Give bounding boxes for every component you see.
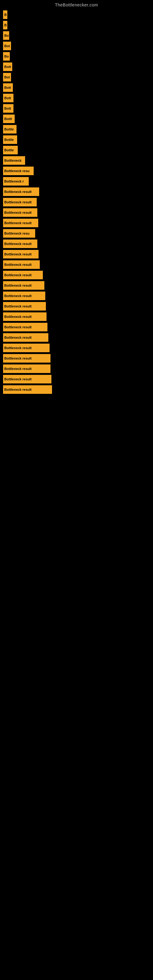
- bar-row: Bott: [0, 94, 153, 102]
- bar-row: Bottleneck resu: [0, 167, 153, 175]
- bar-row: Bo: [0, 52, 153, 60]
- bar: Bottleneck result: [3, 271, 43, 279]
- bar-row: Bott: [0, 83, 153, 92]
- bar-row: Bottleneck result: [0, 208, 153, 217]
- site-title: TheBottlenecker.com: [0, 0, 153, 9]
- bar-label: Bottle: [4, 127, 14, 131]
- bar: Bottleneck resu: [3, 167, 33, 175]
- bar: Bot: [3, 41, 11, 50]
- bar-row: Bottleneck r: [0, 177, 153, 186]
- bar: Bottl: [3, 115, 15, 123]
- bar-label: Bottleneck result: [4, 221, 32, 225]
- bar-row: Bottleneck result: [0, 385, 153, 394]
- bar-row: Bottleneck result: [0, 240, 153, 248]
- bar: Bo: [3, 31, 9, 40]
- bar-label: Bottleneck result: [4, 200, 32, 204]
- bar-label: Bottleneck result: [4, 211, 32, 215]
- bar-label: Bottleneck result: [4, 242, 32, 246]
- bar-label: Bottleneck result: [4, 388, 32, 391]
- bar-label: Bottleneck result: [4, 283, 32, 287]
- bar-row: Bottleneck result: [0, 364, 153, 373]
- bar-row: Bottleneck result: [0, 375, 153, 383]
- bar: Bottleneck result: [3, 198, 37, 207]
- bar-label: Bottleneck result: [4, 367, 32, 371]
- bar-row: Bottleneck result: [0, 354, 153, 363]
- bar-label: Bottleneck result: [4, 304, 32, 308]
- bar-label: Bottleneck result: [4, 346, 32, 350]
- bar-label: Bo: [4, 54, 9, 58]
- bar: B: [3, 21, 7, 29]
- bar-label: Bottleneck result: [4, 273, 32, 277]
- bar: Bot: [3, 73, 11, 81]
- bar: Bottleneck result: [3, 188, 39, 196]
- bar-row: Bott: [0, 104, 153, 113]
- bar: Bott: [3, 83, 13, 92]
- bar-label: Bottleneck result: [4, 294, 32, 298]
- bar: B: [3, 10, 7, 19]
- bar: Bottleneck result: [3, 291, 45, 300]
- bar: Bottleneck result: [3, 385, 52, 394]
- bar: Bottleneck result: [3, 344, 49, 352]
- bar-label: Bottleneck result: [4, 263, 32, 266]
- bar-row: Bottleneck result: [0, 291, 153, 300]
- bars-container: BBBoBotBoBottBotBottBottBottBottlBottleB…: [0, 10, 153, 394]
- bar: Bottleneck: [3, 156, 25, 165]
- bar: Bottleneck result: [3, 312, 46, 321]
- bar: Bottleneck r: [3, 177, 29, 186]
- bar: Bott: [3, 104, 13, 113]
- bar-row: Bottleneck result: [0, 188, 153, 196]
- bar: Bottle: [3, 135, 17, 144]
- bar: Bottleneck result: [3, 208, 37, 217]
- bar-label: Bot: [4, 75, 10, 79]
- bar-label: Bottleneck result: [4, 252, 32, 256]
- bar-row: Bottleneck result: [0, 333, 153, 342]
- bar-label: Bottleneck result: [4, 377, 32, 381]
- bar: Bottleneck result: [3, 302, 46, 310]
- bar: Bottleneck resu: [3, 229, 35, 238]
- bar-row: B: [0, 10, 153, 19]
- bar-label: Bottleneck result: [4, 315, 32, 318]
- bar-row: Bo: [0, 31, 153, 40]
- bar-label: Bottleneck result: [4, 336, 32, 339]
- bar-row: B: [0, 21, 153, 29]
- bar: Bottle: [3, 125, 16, 134]
- bar-label: Bottle: [4, 148, 14, 152]
- bar: Bott: [3, 94, 13, 102]
- bar-row: Bottleneck result: [0, 219, 153, 227]
- bar-label: Bott: [4, 86, 11, 89]
- bar-row: Bottleneck result: [0, 198, 153, 207]
- bar-row: Bottleneck result: [0, 302, 153, 310]
- bar-row: Bottle: [0, 125, 153, 134]
- bar-row: Bottleneck resu: [0, 229, 153, 238]
- bar: Bottleneck result: [3, 219, 38, 227]
- bar-row: Bottleneck result: [0, 312, 153, 321]
- bar-row: Bottleneck result: [0, 281, 153, 290]
- bar: Bottleneck result: [3, 260, 40, 269]
- bar-label: Bot: [4, 44, 10, 48]
- bar-label: Bottleneck: [4, 159, 21, 162]
- bar: Bottleneck result: [3, 281, 45, 290]
- bar-label: Bottleneck r: [4, 180, 24, 183]
- bar: Bo: [3, 52, 10, 60]
- bar-row: Bot: [0, 73, 153, 81]
- bar: Bott: [3, 62, 12, 71]
- bar-row: Bottle: [0, 146, 153, 154]
- bar-label: Bott: [4, 65, 11, 68]
- bar: Bottleneck result: [3, 333, 48, 342]
- bar-label: Bott: [4, 96, 11, 100]
- bar-label: Bott: [4, 107, 11, 110]
- bar-label: Bottleneck resu: [4, 169, 30, 173]
- bar-row: Bottleneck result: [0, 250, 153, 258]
- bar: Bottleneck result: [3, 364, 51, 373]
- bar: Bottleneck result: [3, 354, 51, 363]
- bar-row: Bottleneck result: [0, 271, 153, 279]
- bar-row: Bottle: [0, 135, 153, 144]
- bar-row: Bottleneck result: [0, 323, 153, 331]
- bar-label: Bottleneck result: [4, 325, 32, 329]
- bar-label: Bottleneck resu: [4, 232, 30, 235]
- bar-label: Bottl: [4, 117, 12, 121]
- bar-row: Bott: [0, 62, 153, 71]
- bar-row: Bot: [0, 41, 153, 50]
- bar-row: Bottleneck: [0, 156, 153, 165]
- bar-row: Bottl: [0, 115, 153, 123]
